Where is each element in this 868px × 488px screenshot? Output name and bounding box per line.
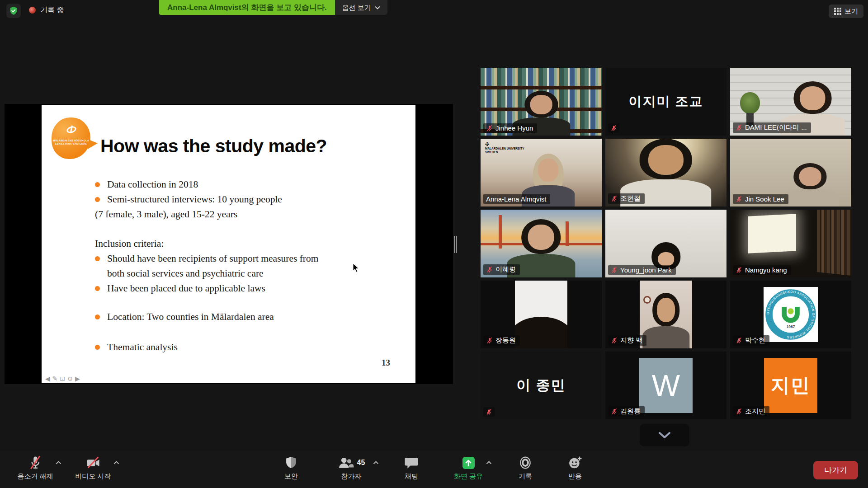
participant-avatar: W <box>639 358 693 413</box>
participant-tile[interactable]: Namgyu kang <box>730 210 851 277</box>
participant-tile[interactable]: 지향 백 <box>605 281 726 348</box>
slide-bullet-line: Data collection in 2018 <box>95 177 321 192</box>
bullet-dot <box>95 286 100 291</box>
slide-bullet-line: Should have been recipients of support m… <box>95 251 321 281</box>
presenter-toolbar: ◀ ✎ ⊡ ⊙ ▶ <box>45 375 80 382</box>
ceiling-light-decor <box>748 214 796 253</box>
participant-name: DAMI LEE(이다미 ... <box>745 123 807 132</box>
participants-label: 참가자 <box>341 472 362 481</box>
chat-label: 채팅 <box>405 472 418 481</box>
participant-tile[interactable]: DAMI LEE(이다미 ... <box>730 68 851 136</box>
participant-tile[interactable]: 이 종민 <box>481 352 602 419</box>
slide-plain-line: (7 female, 3 male), aged 15-22 years <box>95 207 321 222</box>
person-figure <box>782 163 838 206</box>
start-video-button[interactable]: 비디오 시작 <box>64 451 122 488</box>
slide-title: How was the study made? <box>100 136 327 157</box>
participant-name-chip: 조지민 <box>733 406 769 417</box>
share-options-caret[interactable] <box>486 458 492 466</box>
encryption-shield-button[interactable] <box>6 4 21 18</box>
participant-name: Jin Sook Lee <box>745 195 784 203</box>
zoom-meeting-window: 기록 중 Anna-Lena Almqvist의 화면을 보고 있습니다. 옵션… <box>0 0 868 488</box>
muted-mic-icon <box>611 195 618 202</box>
tool-more-icon: ⊙ <box>67 375 73 382</box>
participants-count: 45 <box>357 459 365 467</box>
participant-name: 지향 백 <box>620 336 642 345</box>
muted-mic-icon <box>736 195 742 203</box>
participant-avatar: 지민 <box>764 358 817 413</box>
participants-icon <box>338 456 354 469</box>
chat-button[interactable]: 채팅 <box>397 451 426 488</box>
bullet-dot <box>95 345 100 350</box>
participant-display-name: 이 종민 <box>481 352 602 419</box>
video-off-icon <box>85 456 101 469</box>
reactions-button[interactable]: 반응 <box>561 451 590 488</box>
reactions-smiley-icon <box>568 456 582 469</box>
participant-tile[interactable]: 이혜령 <box>481 210 602 277</box>
panel-resize-handle[interactable] <box>454 236 457 253</box>
participant-name: Jinhee Hyun <box>495 124 533 132</box>
muted-mic-icon <box>486 337 493 344</box>
slide-bullet-line: Location: Two counties in Mälardalen are… <box>95 310 321 324</box>
participant-name: 김원룡 <box>620 407 641 416</box>
unmute-button[interactable]: 음소거 해제 <box>6 451 64 488</box>
participant-tile[interactable]: W 김원룡 <box>605 352 726 419</box>
recording-indicator: 기록 중 <box>29 5 64 15</box>
muted-mic-icon <box>736 266 742 274</box>
university-emblem-icon: ✣ <box>485 141 489 147</box>
muted-mic-icon <box>486 266 493 273</box>
logo-blob-shape <box>52 117 90 159</box>
collapse-grid-button[interactable] <box>640 424 689 446</box>
logo-text-line1: MÄLARDALENS HÖGSKOLA <box>52 139 90 142</box>
video-logo-line2: SWEDEN <box>485 150 524 154</box>
share-screen-icon <box>462 457 475 469</box>
participant-name-chip: Jinhee Hyun <box>483 123 537 133</box>
gallery-view-button[interactable]: 보기 <box>829 5 863 18</box>
video-logo-line1: MÄLARDALEN UNIVERSITY <box>485 147 524 150</box>
mic-options-caret[interactable] <box>56 458 61 466</box>
participant-name-chip: 조현철 <box>608 193 645 204</box>
screen-share-banner-group: Anna-Lena Almqvist의 화면을 보고 있습니다. 옵션 보기 <box>159 0 387 15</box>
share-screen-label: 화면 공유 <box>454 472 483 481</box>
bullet-dot <box>95 256 100 261</box>
slide-body: Data collection in 2018 Semi-structured … <box>95 177 321 355</box>
participants-button[interactable]: 45 참가자 <box>326 451 376 488</box>
plant-decor <box>740 92 760 114</box>
pen-icon: ✎ <box>52 375 58 382</box>
mouse-cursor <box>353 263 360 273</box>
participant-tile[interactable]: GYEONGSANGBUKDO ASSOCIATION OF SOCIAL WO… <box>730 281 851 348</box>
participant-name: Young_joon Park <box>620 266 672 274</box>
participant-tile[interactable]: 장동원 <box>481 281 602 348</box>
muted-mic-icon <box>610 124 617 132</box>
video-options-caret[interactable] <box>113 458 119 466</box>
unmute-label: 음소거 해제 <box>17 472 53 481</box>
participant-tile[interactable]: 이지미 조교 <box>605 68 726 136</box>
university-logo: MÄLARDALENS HÖGSKOLA ESKILSTUNA VÄSTERÅS <box>52 117 93 160</box>
participant-name: 조지민 <box>745 407 765 416</box>
leave-meeting-button[interactable]: 나가기 <box>813 461 858 479</box>
participant-tile[interactable]: Jinhee Hyun <box>481 68 602 136</box>
participant-tile-active-speaker[interactable]: ✣ MÄLARDALEN UNIVERSITY SWEDEN Anna-Lena… <box>481 139 602 206</box>
participant-tile[interactable]: Jin Sook Lee <box>730 139 851 206</box>
shield-check-icon <box>9 6 19 16</box>
participant-tile[interactable]: Young_joon Park <box>605 210 726 277</box>
share-screen-button[interactable]: 화면 공유 <box>447 451 490 488</box>
person-figure <box>515 317 567 348</box>
security-shield-icon <box>285 456 297 469</box>
record-button[interactable]: 기록 <box>511 451 540 488</box>
security-label: 보안 <box>284 472 298 481</box>
participant-tile[interactable]: 지민 조지민 <box>730 352 851 419</box>
view-options-button[interactable]: 옵션 보기 <box>335 0 387 15</box>
muted-mic-icon <box>736 124 742 131</box>
participant-name-chip: Namgyu kang <box>733 265 791 275</box>
start-video-label: 비디오 시작 <box>75 472 111 481</box>
slide-page-number: 13 <box>382 358 390 368</box>
participant-name-chip: 김원룡 <box>608 406 645 417</box>
prev-slide-icon: ◀ <box>45 375 50 382</box>
participants-options-caret[interactable] <box>373 458 379 466</box>
security-button[interactable]: 보안 <box>277 451 306 488</box>
reactions-label: 반응 <box>568 472 582 481</box>
recording-label: 기록 중 <box>40 5 64 15</box>
record-icon <box>519 456 532 469</box>
participant-tile[interactable]: 조현철 <box>605 139 726 206</box>
chevron-down-icon <box>658 432 671 439</box>
